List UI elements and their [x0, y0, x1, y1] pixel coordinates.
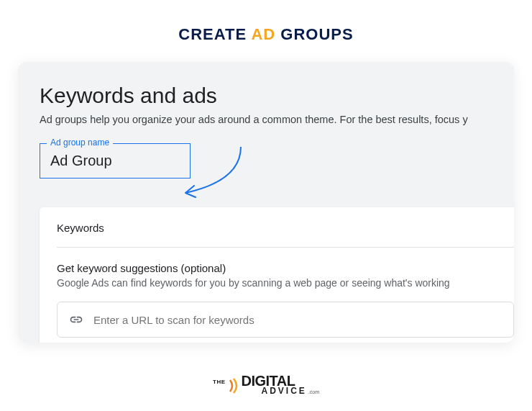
section-description: Ad groups help you organize your ads aro… [40, 114, 514, 125]
footer-logo: THE DIGITAL ADVICE .com [213, 374, 319, 397]
logo-advice-text: ADVICE [261, 387, 306, 395]
keywords-card: Keywords Get keyword suggestions (option… [40, 207, 514, 343]
section-heading: Keywords and ads [40, 83, 514, 108]
title-accent: AD [251, 25, 275, 43]
logo-the: THE [213, 379, 226, 385]
title-part1: CREATE [178, 25, 251, 43]
url-scan-placeholder: Enter a URL to scan for keywords [93, 314, 254, 326]
keywords-card-title: Keywords [57, 222, 514, 248]
page-title: CREATE AD GROUPS [0, 0, 532, 62]
ad-group-name-label: Ad group name [47, 137, 113, 148]
screenshot-panel: Keywords and ads Ad groups help you orga… [18, 62, 514, 343]
logo-waves-icon [226, 377, 241, 394]
link-icon [69, 312, 83, 327]
title-part2: GROUPS [275, 25, 353, 43]
url-scan-input[interactable]: Enter a URL to scan for keywords [57, 302, 514, 338]
ad-group-name-field-wrap: Ad group name [40, 143, 191, 179]
logo-com-text: .com [308, 390, 319, 394]
ad-group-name-input[interactable] [40, 143, 191, 179]
keyword-suggestions-title: Get keyword suggestions (optional) [57, 262, 514, 274]
keyword-suggestions-description: Google Ads can find keywords for you by … [57, 277, 514, 289]
